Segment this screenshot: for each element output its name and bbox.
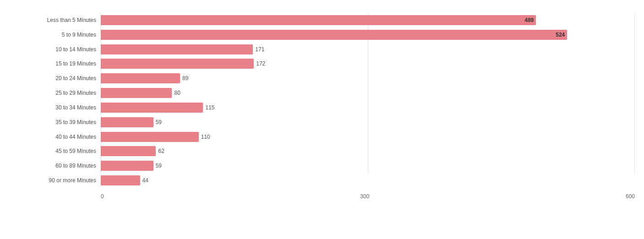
bar-value: 59 (156, 119, 162, 125)
bar-label: Less than 5 Minutes (9, 17, 101, 23)
bar-track: 110 (101, 130, 635, 144)
x-axis-labels: 0 300 600 (101, 193, 635, 200)
bar-label: 35 to 39 Minutes (9, 119, 101, 125)
bar-label: 20 to 24 Minutes (9, 75, 101, 81)
bar-value: 80 (174, 90, 180, 96)
bar-track: 59 (101, 158, 635, 173)
bar-label: 25 to 29 Minutes (9, 90, 101, 96)
bar (101, 103, 203, 113)
bar-value: 524 (556, 32, 565, 38)
bar-value: 172 (256, 60, 265, 67)
bar-track: 89 (101, 71, 635, 86)
bar-row: 90 or more Minutes44 (9, 173, 635, 188)
bar-row: 25 to 29 Minutes80 (9, 86, 635, 100)
bar-track: 59 (101, 115, 635, 130)
bar-track: 44 (101, 173, 635, 188)
bar: 489 (101, 15, 536, 25)
bar-track: 171 (101, 42, 635, 57)
bar-row: 5 to 9 Minutes524 (9, 27, 635, 42)
bar-row: 15 to 19 Minutes172 (9, 56, 635, 71)
bar-row: 30 to 34 Minutes115 (9, 100, 635, 115)
bar (101, 132, 199, 142)
x-axis: 0 300 600 (101, 188, 635, 201)
bar-label: 10 to 14 Minutes (9, 46, 101, 53)
bar-label: 45 to 59 Minutes (9, 148, 101, 154)
bar (101, 59, 254, 69)
bar-track: 115 (101, 100, 635, 115)
bar-value: 489 (524, 17, 534, 23)
bar-track: 62 (101, 144, 635, 158)
x-label-600: 600 (626, 193, 635, 200)
bar-track: 489 (101, 13, 635, 27)
bar-row: 45 to 59 Minutes62 (9, 144, 635, 158)
bar (101, 175, 140, 185)
bar-value: 115 (205, 104, 214, 111)
bar-label: 5 to 9 Minutes (9, 32, 101, 38)
bar (101, 161, 153, 171)
bar-value: 171 (255, 46, 264, 53)
x-label-300: 300 (360, 193, 369, 200)
bar (101, 146, 156, 156)
bar-label: 40 to 44 Minutes (9, 134, 101, 140)
bar (101, 88, 172, 98)
bar-label: 15 to 19 Minutes (9, 60, 101, 67)
bar-label: 60 to 89 Minutes (9, 163, 101, 169)
bar-value: 89 (182, 75, 188, 81)
bar-row: 40 to 44 Minutes110 (9, 130, 635, 144)
bar (101, 73, 180, 83)
bars-section: Less than 5 Minutes4895 to 9 Minutes5241… (9, 13, 635, 188)
bar-row: Less than 5 Minutes489 (9, 13, 635, 27)
bar-row: 10 to 14 Minutes171 (9, 42, 635, 57)
bar-track: 80 (101, 86, 635, 100)
bar-row: 20 to 24 Minutes89 (9, 71, 635, 86)
bar (101, 117, 153, 127)
bar (101, 44, 253, 54)
bar-row: 60 to 89 Minutes59 (9, 158, 635, 173)
bar-value: 44 (142, 177, 148, 184)
bar: 524 (101, 30, 567, 40)
bar-label: 30 to 34 Minutes (9, 104, 101, 111)
chart-area: Less than 5 Minutes4895 to 9 Minutes5241… (9, 13, 635, 201)
bar-track: 172 (101, 56, 635, 71)
x-label-0: 0 (101, 193, 104, 200)
bar-row: 35 to 39 Minutes59 (9, 115, 635, 130)
bar-value: 59 (156, 163, 162, 169)
bar-value: 62 (158, 148, 164, 154)
bar-value: 110 (201, 134, 210, 140)
bar-label: 90 or more Minutes (9, 177, 101, 184)
chart-container: Less than 5 Minutes4895 to 9 Minutes5241… (0, 0, 644, 239)
bar-track: 524 (101, 27, 635, 42)
